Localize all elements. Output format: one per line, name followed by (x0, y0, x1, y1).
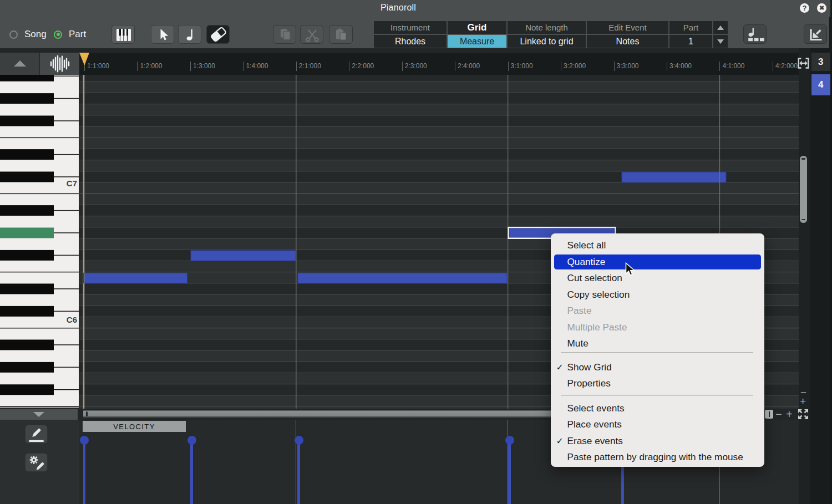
svg-text:C6: C6 (67, 315, 77, 324)
svg-text:C7: C7 (67, 179, 77, 188)
